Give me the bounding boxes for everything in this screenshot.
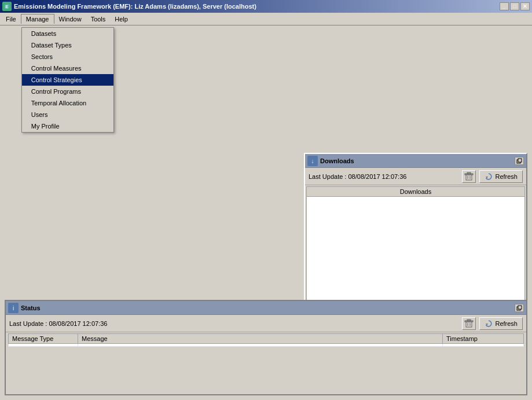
menu-window[interactable]: Window [54,14,86,24]
downloads-delete-button[interactable] [462,170,476,183]
status-panel: i Status Last Update : 08/08/2017 12:07:… [5,300,527,395]
status-titlebar: i Status [6,301,526,315]
svg-rect-5 [518,159,522,162]
downloads-refresh-button[interactable]: Refresh [479,170,523,183]
menu-tools[interactable]: Tools [86,14,111,24]
col-message: Message [78,334,443,344]
menu-item-control-strategies[interactable]: Control Strategies [22,74,113,86]
status-refresh-icon [485,320,493,328]
menu-item-users[interactable]: Users [22,109,113,120]
downloads-table-body [307,197,524,306]
menu-item-sectors[interactable]: Sectors [22,51,113,63]
menu-item-temporal-allocation[interactable]: Temporal Allocation [22,97,113,109]
svg-text:E: E [5,4,9,9]
svg-rect-8 [467,173,471,174]
downloads-title: Downloads [320,157,515,164]
status-panel-icon: i [8,303,19,313]
menu-help[interactable]: Help [110,14,133,24]
svg-text:i: i [13,305,14,311]
menu-item-dataset-types[interactable]: Dataset Types [22,39,113,51]
status-table-body [9,344,524,347]
table-row [9,344,524,347]
status-last-update: Last Update : 08/08/2017 12:07:36 [9,320,458,327]
downloads-restore-button[interactable] [515,157,524,165]
window-title: Emissions Modeling Framework (EMF): Liz … [14,3,500,10]
refresh-icon [485,173,493,181]
status-refresh-button[interactable]: Refresh [479,317,523,330]
svg-text:↓: ↓ [311,158,314,164]
downloads-last-update: Last Update : 08/08/2017 12:07:36 [309,173,458,180]
svg-rect-6 [466,175,472,180]
downloads-content: Downloads [305,185,526,307]
close-button[interactable]: ✕ [520,2,530,10]
status-toolbar: Last Update : 08/08/2017 12:07:36 Refres… [6,315,526,332]
manage-dropdown: Datasets Dataset Types Sectors Control M… [21,27,114,133]
menu-item-control-measures[interactable]: Control Measures [22,63,113,74]
app-icon: E [2,2,12,11]
svg-rect-16 [466,322,472,327]
downloads-panel-icon: ↓ [307,156,318,166]
minimize-button[interactable]: _ [500,2,509,10]
downloads-table-header: Downloads [307,187,524,197]
status-delete-button[interactable] [462,317,476,330]
status-table: Message Type Message Timestamp [8,333,524,347]
menu-file[interactable]: File [1,14,21,24]
downloads-table: Downloads [306,186,525,306]
menu-manage[interactable]: Manage Datasets Dataset Types Sectors Co… [21,14,54,24]
menu-item-control-programs[interactable]: Control Programs [22,86,113,97]
col-timestamp: Timestamp [443,334,524,344]
menu-bar: File Manage Datasets Dataset Types Secto… [0,13,532,25]
downloads-panel: ↓ Downloads Last Update : 08/08/2017 12:… [304,153,527,309]
menu-item-my-profile[interactable]: My Profile [22,120,113,132]
status-restore-button[interactable] [515,304,524,312]
downloads-toolbar: Last Update : 08/08/2017 12:07:36 Refres… [305,168,526,185]
svg-rect-15 [518,306,522,309]
menu-item-datasets[interactable]: Datasets [22,28,113,39]
status-title: Status [21,304,515,311]
maximize-button[interactable]: □ [510,2,519,10]
col-message-type: Message Type [9,334,78,344]
title-bar: E Emissions Modeling Framework (EMF): Li… [0,0,532,13]
downloads-titlebar: ↓ Downloads [305,154,526,168]
status-table-area: Message Type Message Timestamp [6,332,526,394]
svg-rect-18 [467,320,471,321]
window-controls: _ □ ✕ [500,2,530,10]
